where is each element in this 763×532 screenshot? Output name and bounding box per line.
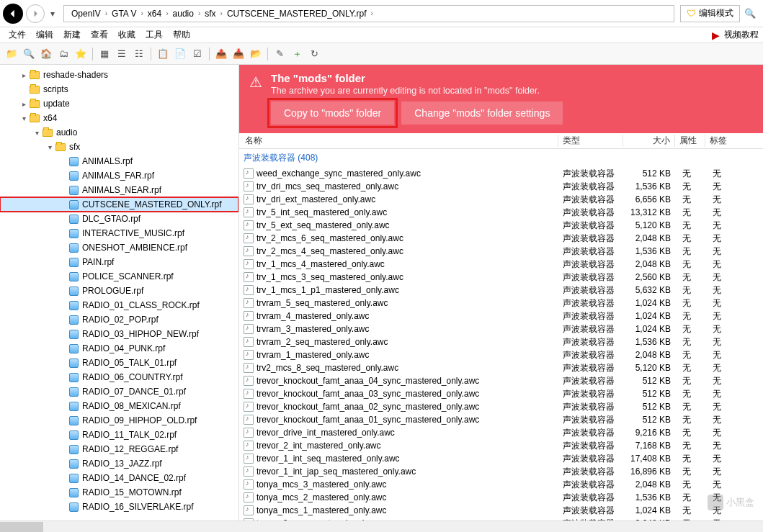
- file-row[interactable]: tmom_2_rcm_mastered_only.awc声波装载容器3,048 …: [239, 517, 763, 520]
- tree-item[interactable]: RADIO_09_HIPHOP_OLD.rpf: [0, 413, 238, 428]
- folder-tree[interactable]: ▸reshade-shadersscripts▸update▾x64▾audio…: [0, 65, 239, 520]
- crumb-5[interactable]: CUTSCENE_MASTERED_ONLY.rpf: [224, 6, 370, 22]
- tool-search[interactable]: 🔍: [22, 47, 36, 61]
- tool-tree[interactable]: 🗂: [56, 47, 71, 61]
- tool-open[interactable]: 📂: [249, 47, 263, 61]
- tree-item[interactable]: scripts: [0, 82, 238, 96]
- col-type[interactable]: 类型: [558, 135, 623, 147]
- col-attr[interactable]: 属性: [675, 135, 705, 147]
- menu-tools[interactable]: 工具: [141, 27, 167, 42]
- tree-item[interactable]: RADIO_06_COUNTRY.rpf: [0, 370, 238, 384]
- file-row[interactable]: trevor_knockout_famt_anaa_01_sync_master…: [239, 413, 763, 426]
- file-row[interactable]: trevor_knockout_famt_anaa_04_sync_master…: [239, 374, 763, 387]
- tree-item[interactable]: ONESHOT_AMBIENCE.rpf: [0, 240, 238, 255]
- video-tutorial-link[interactable]: 视频教程: [724, 29, 759, 41]
- tool-copy[interactable]: 📋: [156, 47, 170, 61]
- tree-item[interactable]: CUTSCENE_MASTERED_ONLY.rpf: [0, 197, 238, 212]
- file-row[interactable]: trv_2_mcs_4_seq_mastered_only.awc声波装载容器1…: [239, 245, 763, 258]
- tree-twisty[interactable]: ▾: [45, 143, 55, 151]
- file-row[interactable]: weed_exchange_sync_mastered_only.awc声波装载…: [239, 167, 763, 180]
- crumb-2[interactable]: x64: [145, 6, 164, 22]
- file-row[interactable]: trv_1_mcs_3_seq_mastered_only.awc声波装载容器2…: [239, 271, 763, 284]
- tree-item[interactable]: ANIMALS_NEAR.rpf: [0, 183, 238, 197]
- tree-twisty[interactable]: ▸: [19, 100, 29, 108]
- col-name[interactable]: 名称: [239, 135, 558, 147]
- tree-item[interactable]: RADIO_03_HIPHOP_NEW.rpf: [0, 327, 238, 341]
- col-size[interactable]: 大小: [623, 135, 675, 147]
- tree-item[interactable]: RADIO_12_REGGAE.rpf: [0, 442, 238, 456]
- tool-view-icons[interactable]: ▦: [97, 47, 112, 61]
- tree-item[interactable]: DLC_GTAO.rpf: [0, 212, 238, 226]
- tree-item[interactable]: ▾audio: [0, 125, 238, 140]
- tool-home[interactable]: 🏠: [39, 47, 53, 61]
- tree-item[interactable]: RADIO_04_PUNK.rpf: [0, 341, 238, 356]
- file-row[interactable]: trv_1_mcs_1_p1_mastered_only.awc声波装载容器5,…: [239, 284, 763, 297]
- horizontal-scrollbar[interactable]: [0, 520, 763, 532]
- file-row[interactable]: trevor_drive_int_mastered_only.awc声波装载容器…: [239, 426, 763, 439]
- col-tag[interactable]: 标签: [705, 135, 763, 147]
- tool-view-list[interactable]: ☰: [115, 47, 129, 61]
- tool-refresh[interactable]: ↻: [307, 47, 321, 61]
- tree-item[interactable]: POLICE_SCANNER.rpf: [0, 269, 238, 284]
- file-row[interactable]: trvram_3_mastered_only.awc声波装载容器1,024 KB…: [239, 323, 763, 335]
- file-row[interactable]: trevor_knockout_famt_anaa_03_sync_master…: [239, 387, 763, 400]
- change-mods-settings-button[interactable]: Change "mods" folder settings: [401, 102, 563, 125]
- file-list[interactable]: 声波装载容器 (408) weed_exchange_sync_mastered…: [239, 149, 763, 520]
- file-row[interactable]: trvram_4_mastered_only.awc声波装载容器1,024 KB…: [239, 310, 763, 323]
- file-row[interactable]: trv_5_ext_seq_mastered_only.awc声波装载容器5,1…: [239, 219, 763, 232]
- file-row[interactable]: trv_1_mcs_4_mastered_only.awc声波装载容器2,048…: [239, 258, 763, 271]
- tree-item[interactable]: RADIO_13_JAZZ.rpf: [0, 456, 238, 471]
- tree-twisty[interactable]: ▾: [32, 129, 42, 137]
- file-row[interactable]: trevor_knockout_famt_anaa_02_sync_master…: [239, 400, 763, 413]
- file-row[interactable]: trv_2_mcs_6_seq_mastered_only.awc声波装载容器2…: [239, 232, 763, 245]
- breadcrumb[interactable]: OpenIV›GTA V›x64›audio›sfx›CUTSCENE_MAST…: [63, 5, 674, 22]
- crumb-4[interactable]: sfx: [202, 6, 218, 22]
- tool-folder[interactable]: 📁: [4, 47, 19, 61]
- tool-view-details[interactable]: ☷: [132, 47, 146, 61]
- tool-paste[interactable]: 📄: [173, 47, 187, 61]
- back-button[interactable]: [3, 4, 23, 24]
- tree-twisty[interactable]: ▸: [19, 71, 29, 79]
- crumb-3[interactable]: audio: [170, 6, 197, 22]
- history-dropdown[interactable]: ▾: [48, 9, 58, 19]
- group-header[interactable]: 声波装载容器 (408): [239, 149, 763, 167]
- menu-file[interactable]: 文件: [4, 27, 30, 42]
- file-row[interactable]: trevor_1_int_jap_seq_mastered_only.awc声波…: [239, 465, 763, 478]
- file-row[interactable]: trv_5_int_seq_mastered_only.awc声波装载容器13,…: [239, 206, 763, 219]
- file-row[interactable]: trvram_1_mastered_only.awc声波装载容器2,048 KB…: [239, 348, 763, 361]
- tree-item[interactable]: ▸update: [0, 96, 238, 111]
- tree-item[interactable]: ANIMALS_FAR.rpf: [0, 168, 238, 183]
- search-icon[interactable]: 🔍: [743, 6, 757, 21]
- tool-add[interactable]: ＋: [290, 47, 304, 61]
- tree-item[interactable]: RADIO_16_SILVERLAKE.rpf: [0, 500, 238, 514]
- tree-item[interactable]: RADIO_05_TALK_01.rpf: [0, 356, 238, 370]
- tree-twisty[interactable]: ▾: [19, 114, 29, 122]
- menu-edit[interactable]: 编辑: [32, 27, 58, 42]
- tree-item[interactable]: ▾sfx: [0, 140, 238, 154]
- tree-item[interactable]: RADIO_11_TALK_02.rpf: [0, 428, 238, 442]
- file-row[interactable]: trevor_2_int_mastered_only.awc声波装载容器7,16…: [239, 439, 763, 452]
- tree-item[interactable]: PROLOGUE.rpf: [0, 284, 238, 298]
- tree-item[interactable]: ▾x64: [0, 111, 238, 125]
- crumb-1[interactable]: GTA V: [109, 6, 139, 22]
- tool-import[interactable]: 📥: [231, 47, 246, 61]
- edit-mode-toggle[interactable]: 🛡 编辑模式: [680, 5, 740, 22]
- menu-help[interactable]: 帮助: [169, 27, 195, 42]
- file-row[interactable]: trv2_mcs_8_seq_mastered_only.awc声波装载容器5,…: [239, 361, 763, 374]
- tree-item[interactable]: RADIO_14_DANCE_02.rpf: [0, 471, 238, 485]
- tool-export[interactable]: 📤: [214, 47, 228, 61]
- file-row[interactable]: trevor_1_int_seq_mastered_only.awc声波装载容器…: [239, 452, 763, 465]
- menu-view[interactable]: 查看: [86, 27, 112, 42]
- file-row[interactable]: trv_dri_mcs_seq_mastered_only.awc声波装载容器1…: [239, 180, 763, 193]
- tree-item[interactable]: ANIMALS.rpf: [0, 154, 238, 168]
- tree-item[interactable]: PAIN.rpf: [0, 255, 238, 269]
- menu-new[interactable]: 新建: [59, 27, 85, 42]
- tree-item[interactable]: RADIO_02_POP.rpf: [0, 312, 238, 327]
- menu-favorites[interactable]: 收藏: [114, 27, 140, 42]
- file-row[interactable]: trvram_5_seq_mastered_only.awc声波装载容器1,02…: [239, 297, 763, 310]
- tool-edit[interactable]: ✎: [272, 47, 287, 61]
- tree-item[interactable]: RADIO_08_MEXICAN.rpf: [0, 399, 238, 413]
- crumb-0[interactable]: OpenIV: [68, 6, 104, 22]
- file-row[interactable]: tonya_mcs_1_mastered_only.awc声波装载容器1,024…: [239, 504, 763, 517]
- tree-item[interactable]: RADIO_01_CLASS_ROCK.rpf: [0, 298, 238, 312]
